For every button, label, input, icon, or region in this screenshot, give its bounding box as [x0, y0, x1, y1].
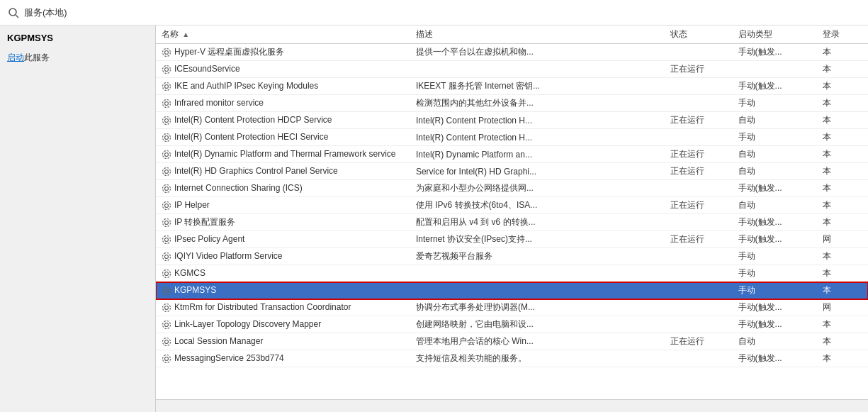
table-row[interactable]: Internet Connection Sharing (ICS)为家庭和小型办… — [156, 180, 868, 197]
svg-point-30 — [165, 289, 169, 292]
service-login-cell: 本 — [817, 95, 868, 112]
service-starttype-cell: 手动 — [733, 282, 818, 299]
service-login-cell: 本 — [817, 350, 868, 367]
service-status-cell — [665, 129, 733, 146]
service-login-cell: 本 — [817, 316, 868, 333]
table-row[interactable]: IP Helper使用 IPv6 转换技术(6to4、ISA...正在运行自动本 — [156, 197, 868, 214]
service-desc-cell: 使用 IPv6 转换技术(6to4、ISA... — [410, 197, 665, 214]
gear-icon — [162, 303, 171, 313]
table-row[interactable]: Intel(R) Content Protection HECI Service… — [156, 129, 868, 146]
service-desc-cell: 创建网络映射，它由电脑和设... — [410, 316, 665, 333]
table-row[interactable]: IQIYI Video Platform Service爱奇艺视频平台服务手动本 — [156, 248, 868, 265]
table-row[interactable]: IPsec Policy AgentInternet 协议安全(IPsec)支持… — [156, 231, 868, 248]
table-row[interactable]: Link-Layer Topology Discovery Mapper创建网络… — [156, 316, 868, 333]
service-login-cell: 本 — [817, 112, 868, 129]
service-login-cell: 本 — [817, 180, 868, 197]
table-row[interactable]: Intel(R) HD Graphics Control Panel Servi… — [156, 163, 868, 180]
gear-icon — [162, 65, 171, 74]
table-row[interactable]: Infrared monitor service检测范围内的其他红外设备并...… — [156, 95, 868, 112]
svg-point-25 — [163, 235, 171, 243]
service-desc-cell: IKEEXT 服务托管 Internet 密钥... — [410, 78, 665, 95]
service-status-cell: 正在运行 — [665, 197, 733, 214]
service-desc-cell: 配置和启用从 v4 到 v6 的转换... — [410, 214, 665, 231]
table-row[interactable]: KGMCS手动本 — [156, 265, 868, 282]
service-desc-cell: 协调分布式事务处理协调器(M... — [410, 299, 665, 316]
table-row[interactable]: IKE and AuthIP IPsec Keying ModulesIKEEX… — [156, 78, 868, 95]
table-row[interactable]: IP 转换配置服务配置和启用从 v4 到 v6 的转换...手动(触发...本 — [156, 214, 868, 231]
left-panel-title: KGPMSYS — [7, 33, 148, 43]
service-desc-cell: 支持短信及相关功能的服务。 — [410, 350, 665, 367]
service-status-cell — [665, 248, 733, 265]
gear-icon — [162, 218, 171, 228]
service-starttype-cell: 手动(触发... — [733, 231, 818, 248]
service-starttype-cell: 手动(触发... — [733, 316, 818, 333]
col-header-starttype[interactable]: 启动类型 — [733, 26, 818, 44]
service-name-text: IPsec Policy Agent — [174, 234, 244, 244]
table-row[interactable]: KGPMSYS手动本 — [156, 282, 868, 299]
gear-icon — [162, 167, 171, 177]
svg-point-10 — [165, 118, 169, 122]
table-row[interactable]: KtmRm for Distributed Transaction Coordi… — [156, 299, 868, 316]
table-row[interactable]: MessagingService 253bd774支持短信及相关功能的服务。手动… — [156, 350, 868, 367]
svg-point-9 — [163, 99, 171, 107]
service-desc-cell: Internet 协议安全(IPsec)支持... — [410, 231, 665, 248]
svg-point-3 — [163, 48, 171, 56]
service-name-text: IP 转换配置服务 — [174, 217, 235, 227]
service-login-cell: 网 — [817, 231, 868, 248]
service-name-cell: IQIYI Video Platform Service — [156, 248, 410, 265]
sort-arrow: ▲ — [182, 30, 189, 38]
service-name-text: MessagingService 253bd774 — [174, 353, 284, 363]
svg-point-36 — [165, 340, 169, 343]
col-header-login[interactable]: 登录 — [817, 26, 868, 44]
service-login-cell: 本 — [817, 61, 868, 78]
table-row[interactable]: Hyper-V 远程桌面虚拟化服务提供一个平台以在虚拟机和物...手动(触发..… — [156, 44, 868, 61]
start-service-link[interactable]: 启动 — [7, 52, 24, 62]
service-login-cell: 本 — [817, 282, 868, 299]
table-row[interactable]: Local Session Manager管理本地用户会话的核心 Win...正… — [156, 333, 868, 350]
svg-point-16 — [165, 169, 169, 173]
svg-point-4 — [165, 67, 169, 71]
table-row[interactable]: Intel(R) Content Protection HDCP Service… — [156, 112, 868, 129]
services-tbody: Hyper-V 远程桌面虚拟化服务提供一个平台以在虚拟机和物...手动(触发..… — [156, 44, 868, 367]
service-starttype-cell: 自动 — [733, 197, 818, 214]
svg-point-15 — [163, 150, 171, 158]
table-row[interactable]: Intel(R) Dynamic Platform and Thermal Fr… — [156, 146, 868, 163]
service-name-cell: Link-Layer Topology Discovery Mapper — [156, 316, 410, 333]
start-service-suffix: 此服务 — [24, 52, 50, 62]
service-status-cell — [665, 350, 733, 367]
service-login-cell: 本 — [817, 129, 868, 146]
table-row[interactable]: ICEsoundService正在运行本 — [156, 61, 868, 78]
service-starttype-cell: 手动(触发... — [733, 78, 818, 95]
col-header-desc[interactable]: 描述 — [410, 26, 665, 44]
service-desc-cell: 检测范围内的其他红外设备并... — [410, 95, 665, 112]
service-name-text: IKE and AuthIP IPsec Keying Modules — [174, 81, 318, 91]
service-name-text: Link-Layer Topology Discovery Mapper — [174, 319, 321, 329]
service-desc-cell: 管理本地用户会话的核心 Win... — [410, 333, 665, 350]
left-panel-action: 启动此服务 — [7, 52, 148, 64]
main-content: KGPMSYS 启动此服务 名称 ▲ 描述 状态 启动类型 登录 — [0, 26, 868, 412]
svg-point-38 — [165, 357, 169, 360]
svg-point-37 — [163, 338, 171, 345]
gear-icon — [162, 337, 171, 347]
title-bar-text: 服务(本地) — [24, 6, 67, 19]
service-name-cell: IP Helper — [156, 197, 410, 214]
service-status-cell: 正在运行 — [665, 333, 733, 350]
service-name-cell: Intel(R) Content Protection HDCP Service — [156, 112, 410, 129]
bottom-scroll[interactable] — [156, 399, 868, 412]
gear-icon — [162, 116, 171, 126]
service-login-cell: 本 — [817, 265, 868, 282]
service-login-cell: 本 — [817, 248, 868, 265]
service-status-cell: 正在运行 — [665, 112, 733, 129]
svg-point-8 — [165, 101, 169, 105]
col-header-name[interactable]: 名称 ▲ — [156, 26, 410, 44]
service-status-cell: 正在运行 — [665, 231, 733, 248]
service-desc-cell: Intel(R) Dynamic Platform an... — [410, 146, 665, 163]
svg-point-28 — [165, 272, 169, 275]
service-desc-cell: 为家庭和小型办公网络提供网... — [410, 180, 665, 197]
services-table-container[interactable]: 名称 ▲ 描述 状态 启动类型 登录 Hyper-V 远程桌面虚拟化服务提供一个… — [156, 26, 868, 399]
service-desc-cell — [410, 265, 665, 282]
service-starttype-cell: 自动 — [733, 112, 818, 129]
svg-point-19 — [163, 184, 171, 192]
service-desc-cell: Service for Intel(R) HD Graphi... — [410, 163, 665, 180]
col-header-status[interactable]: 状态 — [665, 26, 733, 44]
